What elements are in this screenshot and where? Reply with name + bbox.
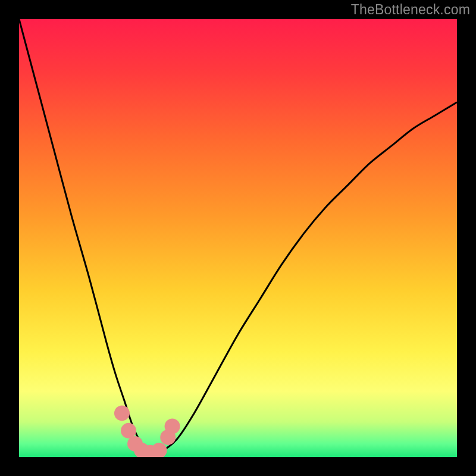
curve-marker	[121, 423, 136, 439]
chart-frame: TheBottleneck.com	[0, 0, 476, 476]
bottleneck-curve	[19, 19, 457, 454]
plot-area	[19, 19, 457, 457]
watermark-text: TheBottleneck.com	[351, 2, 470, 18]
curve-marker	[114, 405, 130, 421]
curve-marker	[165, 418, 180, 434]
curve-markers	[114, 405, 180, 457]
curve-layer	[19, 19, 457, 457]
curve-marker	[152, 443, 167, 457]
